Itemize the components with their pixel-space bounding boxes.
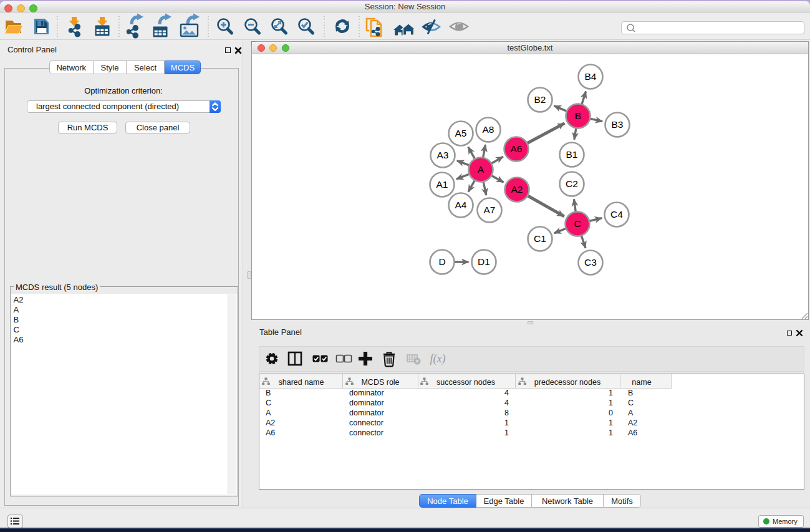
svg-text:A8: A8 [483, 124, 494, 135]
svg-text:A: A [478, 164, 485, 175]
svg-text:D: D [438, 256, 445, 267]
svg-text:A7: A7 [484, 205, 496, 215]
svg-text:A4: A4 [455, 200, 467, 210]
svg-text:A6: A6 [511, 143, 523, 154]
svg-text:A5: A5 [455, 128, 467, 138]
svg-text:A2: A2 [511, 184, 523, 195]
svg-text:B1: B1 [566, 149, 578, 160]
svg-text:B4: B4 [585, 71, 597, 82]
svg-text:A3: A3 [437, 150, 449, 160]
svg-text:A1: A1 [436, 179, 448, 190]
svg-text:C3: C3 [584, 257, 597, 268]
svg-text:C: C [574, 218, 581, 229]
svg-text:B2: B2 [534, 94, 546, 105]
svg-text:f(x): f(x) [430, 352, 446, 365]
svg-text:C2: C2 [566, 178, 578, 189]
svg-text:C4: C4 [610, 209, 623, 220]
svg-text:B3: B3 [612, 119, 624, 130]
svg-text:B: B [575, 110, 581, 121]
svg-text:D1: D1 [478, 256, 490, 267]
svg-text:C1: C1 [534, 233, 546, 244]
